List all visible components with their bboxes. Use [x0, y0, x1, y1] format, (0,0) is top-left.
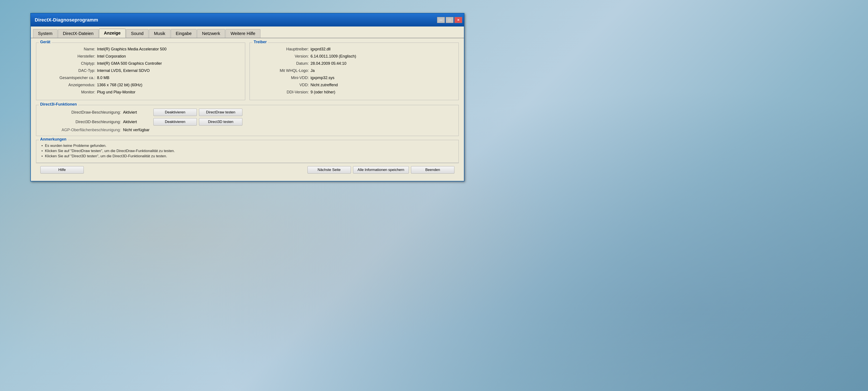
driver-datum-row: Datum: 28.04.2009 05:44:10 [254, 61, 454, 66]
tab-netzwerk[interactable]: Netzwerk [197, 29, 225, 38]
direct3d-label: Direct3D-Beschleunigung: [40, 120, 123, 124]
driver-vdd-row: VDD: Nicht zutreffend [254, 82, 454, 88]
agp-label: AGP-Oberflächenbeschleunigung: [40, 128, 123, 132]
directdraw-label: DirectDraw-Beschleunigung: [40, 110, 123, 115]
driver-vdd-label: VDD: [254, 82, 311, 88]
device-name-value: Intel(R) Graphics Media Accelerator 500 [97, 46, 166, 52]
tab-directx-dateien[interactable]: DirectX-Dateien [58, 29, 98, 38]
device-dac-value: Internal LVDS, External SDVO [97, 68, 150, 74]
device-monitor-value: Plug und Play-Monitor [97, 89, 135, 95]
device-dac-row: DAC-Typ: Internal LVDS, External SDVO [40, 68, 241, 74]
content-area: Gerät Name: Intel(R) Graphics Media Acce… [31, 38, 464, 181]
note-item-0: Es wurden keine Probleme gefunden. [40, 144, 454, 148]
driver-whql-row: Mit WHQL-Logo: Ja [254, 68, 454, 74]
device-name-label: Name: [40, 46, 97, 52]
agp-value: Nicht verfügbar [123, 128, 150, 132]
beenden-button[interactable]: Beenden [411, 166, 455, 173]
maximize-button[interactable]: □ [446, 17, 454, 23]
bottom-bar: Hilfe Nächste Seite Alle Informationen s… [36, 163, 459, 176]
device-chiptyp-row: Chiptyp: Intel(R) GMA 500 Graphics Contr… [40, 61, 241, 66]
tab-musik[interactable]: Musik [149, 29, 170, 38]
titlebar-buttons: — □ ✕ [437, 17, 462, 23]
naechste-seite-button[interactable]: Nächste Seite [308, 166, 351, 173]
geraet-section-title: Gerät [39, 40, 52, 44]
bottom-right: Nächste Seite Alle Informationen speiche… [308, 166, 455, 173]
treiber-section: Treiber Haupttreiber: igxprd32.dll Versi… [250, 43, 459, 100]
driver-minivdd-label: Mini-VDD: [254, 75, 311, 81]
driver-whql-label: Mit WHQL-Logo: [254, 68, 311, 74]
tab-sound[interactable]: Sound [126, 29, 149, 38]
device-name-row: Name: Intel(R) Graphics Media Accelerato… [40, 46, 241, 52]
driver-ddi-label: DDI-Version: [254, 89, 311, 95]
device-monitor-row: Monitor: Plug und Play-Monitor [40, 89, 241, 95]
device-monitor-label: Monitor: [40, 89, 97, 95]
close-button[interactable]: ✕ [455, 17, 462, 23]
window-title: DirectX-Diagnoseprogramm [33, 17, 98, 23]
treiber-section-title: Treiber [252, 40, 268, 44]
note-item-2: Klicken Sie auf "Direct3D testen", um di… [40, 154, 454, 158]
info-grid: Gerät Name: Intel(R) Graphics Media Acce… [36, 43, 459, 100]
device-hersteller-value: Intel Corporation [97, 53, 126, 59]
alle-speichern-button[interactable]: Alle Informationen speichern [353, 166, 409, 173]
device-hersteller-row: Hersteller: Intel Corporation [40, 53, 241, 59]
agp-row: AGP-Oberflächenbeschleunigung: Nicht ver… [40, 128, 454, 132]
directdraw-deactivate-button[interactable]: Deaktivieren [153, 109, 197, 116]
driver-version-label: Version: [254, 53, 311, 59]
hilfe-button[interactable]: Hilfe [40, 166, 84, 173]
notes-list: Es wurden keine Probleme gefunden. Klick… [40, 144, 454, 158]
bottom-left: Hilfe [40, 166, 84, 173]
driver-vdd-value: Nicht zutreffend [311, 82, 338, 88]
device-anzeigemodus-value: 1366 x 768 (32 bit) (60Hz) [97, 82, 142, 88]
minimize-button[interactable]: — [437, 17, 445, 23]
directdraw-buttons: Deaktivieren DirectDraw testen [153, 109, 242, 116]
device-hersteller-label: Hersteller: [40, 53, 97, 59]
driver-version-value: 6.14.0011.1009 (Englisch) [311, 53, 356, 59]
direct3d-row: Direct3D-Beschleunigung: Aktiviert Deakt… [40, 118, 454, 125]
device-speicher-row: Gesamtspeicher ca.: 8.0 MB [40, 75, 241, 81]
tab-system[interactable]: System [33, 29, 58, 38]
device-speicher-label: Gesamtspeicher ca.: [40, 75, 97, 81]
notes-section: Anmerkungen Es wurden keine Probleme gef… [36, 140, 459, 163]
tabbar: System DirectX-Dateien Anzeige Sound Mus… [31, 27, 464, 38]
device-anzeigemodus-label: Anzeigemodus: [40, 82, 97, 88]
direct3d-buttons: Deaktivieren Direct3D testen [153, 118, 242, 125]
driver-version-row: Version: 6.14.0011.1009 (Englisch) [254, 53, 454, 59]
device-chiptyp-value: Intel(R) GMA 500 Graphics Controller [97, 61, 162, 66]
directdraw-test-button[interactable]: DirectDraw testen [199, 109, 242, 116]
directx-section: Direct3l-Funktionen DirectDraw-Beschleun… [36, 105, 459, 136]
driver-datum-label: Datum: [254, 61, 311, 66]
tab-eingabe[interactable]: Eingabe [171, 29, 196, 38]
note-item-1: Klicken Sie auf "DirectDraw testen", um … [40, 149, 454, 153]
driver-haupttreiber-row: Haupttreiber: igxprd32.dll [254, 46, 454, 52]
titlebar: DirectX-Diagnoseprogramm — □ ✕ [31, 13, 464, 27]
device-dac-label: DAC-Typ: [40, 68, 97, 74]
notes-section-title: Anmerkungen [39, 137, 68, 142]
directdraw-row: DirectDraw-Beschleunigung: Aktiviert Dea… [40, 109, 454, 116]
driver-ddi-row: DDI-Version: 9 (oder höher) [254, 89, 454, 95]
tab-weitere-hilfe[interactable]: Weitere Hilfe [225, 29, 260, 38]
device-speicher-value: 8.0 MB [97, 75, 110, 81]
device-anzeigemodus-row: Anzeigemodus: 1366 x 768 (32 bit) (60Hz) [40, 82, 241, 88]
direct3d-value: Aktiviert [123, 120, 149, 124]
driver-haupttreiber-label: Haupttreiber: [254, 46, 311, 52]
directx-section-title: Direct3l-Funktionen [39, 102, 78, 107]
device-chiptyp-label: Chiptyp: [40, 61, 97, 66]
driver-minivdd-value: igxpmp32.sys [311, 75, 334, 81]
direct3d-test-button[interactable]: Direct3D testen [199, 118, 242, 125]
directdraw-value: Aktiviert [123, 110, 149, 115]
main-window: DirectX-Diagnoseprogramm — □ ✕ System Di… [30, 13, 464, 181]
geraet-section: Gerät Name: Intel(R) Graphics Media Acce… [36, 43, 245, 100]
driver-minivdd-row: Mini-VDD: igxpmp32.sys [254, 75, 454, 81]
direct3d-deactivate-button[interactable]: Deaktivieren [153, 118, 197, 125]
driver-datum-value: 28.04.2009 05:44:10 [311, 61, 346, 66]
driver-whql-value: Ja [311, 68, 315, 74]
driver-ddi-value: 9 (oder höher) [311, 89, 335, 95]
tab-anzeige[interactable]: Anzeige [99, 29, 126, 38]
driver-haupttreiber-value: igxprd32.dll [311, 46, 331, 52]
